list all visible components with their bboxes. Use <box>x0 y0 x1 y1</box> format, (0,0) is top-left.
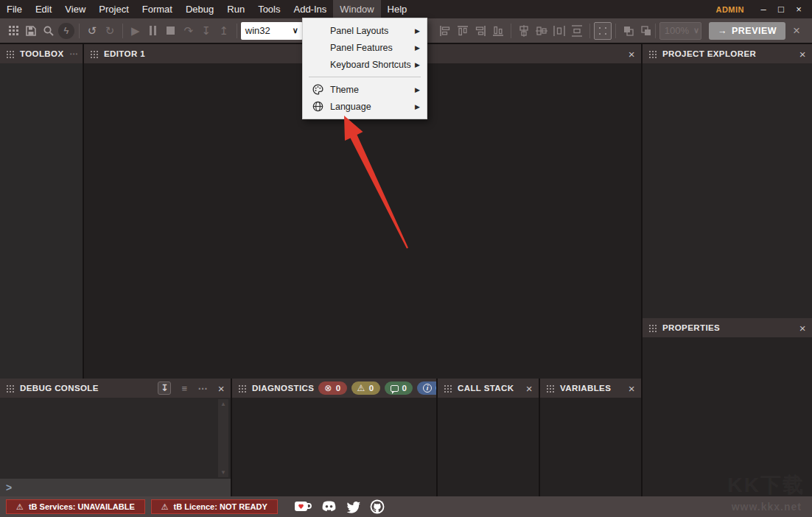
grid-toggle-icon[interactable] <box>594 22 612 40</box>
menu-format[interactable]: Format <box>136 0 179 18</box>
drag-handle-icon[interactable] <box>6 50 14 58</box>
drag-handle-icon[interactable] <box>90 50 98 58</box>
menu-help[interactable]: Help <box>381 0 414 18</box>
menu-file[interactable]: File <box>0 0 29 18</box>
info-badge[interactable]: i 0 <box>417 381 436 395</box>
menu-item-panel-layouts[interactable]: Panel Layouts ▶ <box>303 22 427 39</box>
step-into-icon[interactable]: ↧ <box>197 22 215 40</box>
scroll-to-latest-icon[interactable]: ↧ <box>158 381 171 395</box>
save-icon[interactable] <box>22 22 40 40</box>
bring-to-front-glyph <box>622 24 635 38</box>
menu-window[interactable]: Window <box>333 0 380 18</box>
menu-item-theme[interactable]: Theme ▶ <box>303 81 427 98</box>
center-vertical-icon[interactable] <box>533 22 550 40</box>
search-glyph <box>43 25 55 37</box>
more-icon[interactable]: ⋯ <box>197 383 207 394</box>
messages-badge[interactable]: 0 <box>385 381 413 395</box>
menu-debug[interactable]: Debug <box>179 0 220 18</box>
bolt-icon[interactable]: ϟ <box>57 22 75 40</box>
submenu-arrow-icon: ▶ <box>415 103 420 110</box>
center-horizontal-icon[interactable] <box>515 22 533 40</box>
stop-icon[interactable] <box>162 22 180 40</box>
close-window-button[interactable]: × <box>790 0 808 18</box>
menu-item-keyboard-shortcuts[interactable]: Keyboard Shortcuts ▶ <box>303 56 427 73</box>
debug-console-header: DEBUG CONSOLE ↧ ≡ ⋯ × <box>0 379 231 398</box>
licence-status-badge[interactable]: ⚠ tB Licence: NOT READY <box>151 499 278 514</box>
bring-to-front-icon[interactable] <box>620 22 637 40</box>
redo-icon[interactable]: ↻ <box>101 22 119 40</box>
send-to-back-icon[interactable] <box>637 22 655 40</box>
drag-handle-icon[interactable] <box>444 384 452 393</box>
project-explorer-header: PROJECT EXPLORER × <box>643 44 812 63</box>
space-vertical-icon[interactable] <box>568 22 586 40</box>
align-top-icon[interactable] <box>454 22 472 40</box>
platform-select[interactable]: win32 ∨ <box>241 22 303 40</box>
errors-badge[interactable]: ⊗ 0 <box>318 381 346 395</box>
zoom-select[interactable]: 100% ∨ <box>659 22 701 40</box>
drag-handle-icon[interactable] <box>238 384 246 393</box>
maximize-button[interactable]: □ <box>772 0 790 18</box>
close-panel-icon[interactable]: × <box>799 323 806 334</box>
variables-header: VARIABLES × <box>540 379 641 398</box>
discord-icon[interactable] <box>321 500 337 513</box>
menu-item-label: Language <box>330 102 371 112</box>
submenu-arrow-icon: ▶ <box>415 61 420 68</box>
more-icon[interactable]: ⋯ <box>69 49 79 59</box>
menu-item-label: Theme <box>330 85 359 95</box>
debug-console-scrollbar[interactable]: ▲ ▼ <box>218 399 228 477</box>
minimize-button[interactable]: – <box>755 0 772 18</box>
step-out-icon[interactable]: ↥ <box>215 22 233 40</box>
close-panel-icon[interactable]: × <box>526 383 533 394</box>
menu-edit[interactable]: Edit <box>29 0 58 18</box>
step-over-icon[interactable]: ↷ <box>180 22 197 40</box>
variables-body <box>540 398 641 496</box>
pause-icon[interactable] <box>144 22 162 40</box>
menu-project[interactable]: Project <box>92 0 135 18</box>
panel-debug-console: DEBUG CONSOLE ↧ ≡ ⋯ × ▲ ▼ > <box>0 379 231 496</box>
undo-icon[interactable]: ↺ <box>83 22 101 40</box>
message-icon <box>391 385 399 392</box>
space-horizontal-icon[interactable] <box>550 22 568 40</box>
apps-grid-icon[interactable] <box>4 22 22 40</box>
debug-console-input[interactable]: > <box>0 479 231 496</box>
services-status-badge[interactable]: ⚠ tB Services: UNAVAILABLE <box>6 499 145 514</box>
preview-button[interactable]: → PREVIEW <box>709 22 785 40</box>
scroll-up-icon[interactable]: ▲ <box>218 401 228 407</box>
panel-toolbox: TOOLBOX ⋯ <box>0 44 83 379</box>
github-icon[interactable] <box>369 499 385 515</box>
menu-addins[interactable]: Add-Ins <box>287 0 333 18</box>
twitter-icon[interactable] <box>346 500 361 513</box>
blank-icon <box>312 24 324 37</box>
drag-handle-icon[interactable] <box>648 324 657 332</box>
search-icon[interactable] <box>40 22 57 40</box>
align-right-icon[interactable] <box>472 22 489 40</box>
toolbox-header: TOOLBOX ⋯ <box>0 44 83 63</box>
drag-handle-icon[interactable] <box>546 384 554 393</box>
toolbar-separator <box>655 24 656 38</box>
statusbar: ⚠ tB Services: UNAVAILABLE ⚠ tB Licence:… <box>0 496 812 517</box>
close-panel-icon[interactable]: × <box>629 49 635 60</box>
warnings-badge[interactable]: ⚠ 0 <box>351 381 380 395</box>
preview-label: PREVIEW <box>732 26 777 36</box>
menu-item-label: Panel Features <box>330 43 393 53</box>
menu-run[interactable]: Run <box>220 0 251 18</box>
drag-handle-icon[interactable] <box>648 50 657 58</box>
scroll-down-icon[interactable]: ▼ <box>218 469 228 476</box>
clear-console-icon[interactable]: ≡ <box>181 383 187 394</box>
bolt-glyph: ϟ <box>58 23 74 39</box>
toolbar-close-icon[interactable]: × <box>793 24 800 38</box>
menu-view[interactable]: View <box>58 0 92 18</box>
panel-properties: PROPERTIES × <box>643 318 812 496</box>
close-panel-icon[interactable]: × <box>629 383 635 394</box>
kofi-icon[interactable] <box>294 499 312 514</box>
align-bottom-icon[interactable] <box>489 22 507 40</box>
menu-item-language[interactable]: Language ▶ <box>303 98 427 115</box>
align-left-icon[interactable] <box>436 22 454 40</box>
close-panel-icon[interactable]: × <box>799 49 806 60</box>
diagnostics-body <box>232 398 436 496</box>
run-icon[interactable]: ▶ <box>127 22 144 40</box>
menu-item-panel-features[interactable]: Panel Features ▶ <box>303 39 427 56</box>
drag-handle-icon[interactable] <box>6 384 14 393</box>
menu-tools[interactable]: Tools <box>251 0 287 18</box>
close-panel-icon[interactable]: × <box>218 383 225 394</box>
